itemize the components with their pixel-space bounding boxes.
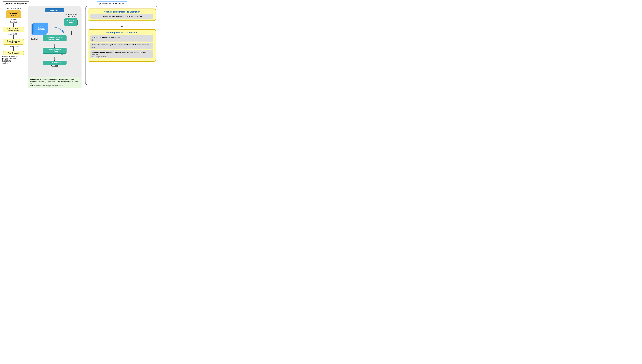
section-ii-text: (II) Regulation of Adaptation: [99, 2, 125, 4]
cylinder-text: S. aureus NewHG: [6, 12, 21, 16]
suppl-label-1a: Suppl doc,: [10, 19, 17, 20]
interactome-text: Interactome analysis of PknB protein: [92, 36, 152, 40]
table-s14-label: Table S14: [42, 54, 66, 56]
bottom-line1: Comparison of experimental data between …: [30, 78, 80, 80]
validation-button: Validation: [45, 8, 64, 12]
left-column: Genome, phenotype S. aureus NewHG Suppl …: [2, 8, 26, 64]
section-i-label: (I) Metabolic Adaptation: [3, 2, 29, 5]
suppl-label-1b: Suppl file 1: [10, 21, 17, 23]
card-1: Table Genome Difference: [33, 22, 48, 33]
flux-estimate-ii-box: Flux Estimate II: [42, 61, 66, 65]
arrow-mid-3: [54, 57, 55, 60]
diagram-container: (I) Metabolic Adaptation (II) Regulation…: [0, 0, 160, 91]
arrow-mid-2: [54, 44, 55, 47]
pknb-subtitle: Cell wall, growth, adaptation to differe…: [90, 14, 153, 19]
arrow-down-mid-3: [54, 57, 55, 60]
suppl-label-3: Suppl file 4-6,10: [8, 46, 19, 47]
protein-structure-item: Protein structure, phylogeny, operon, su…: [90, 50, 153, 58]
genome-ii-area: (Donat et al.,2009) Genome II S. aureus …: [64, 14, 78, 26]
glmr-box: GlmR regulon and cdaA operon Interactome…: [88, 29, 156, 62]
cell-wall-item: Cell wall metabolism regulated by pknB, …: [90, 43, 153, 49]
genome-label: Genome, phenotype: [2, 8, 26, 9]
note-5: Table 1-3: [2, 62, 26, 64]
middle-section: Validation Table Genome Difference Suppl…: [28, 6, 82, 85]
cell-wall-text: Cell wall metabolism regulated by pknB, …: [92, 44, 152, 48]
note-3: Fig. 3 Fluxes: [2, 59, 26, 61]
s-aureus-8325-cylinder: S. aureus 8325: [64, 18, 78, 26]
bottom-notes: Suppl file 3, Table S14 Fig. 2 EP compar…: [2, 56, 26, 64]
card-line1: Table: [37, 25, 45, 27]
fig4-label: Fig. 4: [92, 39, 95, 41]
bottom-green-box: Comparison of experimental data between …: [28, 77, 82, 88]
s-aureus-newhg-cylinder: S. aureus NewHG: [6, 10, 21, 18]
fig6-7-label: Fig.6,7 Suppl file 14,16: [92, 56, 107, 58]
arrow1-container: Suppl doc, Suppl file 1: [2, 19, 26, 26]
teal-cylinder-text: S. aureus 8325: [64, 20, 78, 24]
flux-estimate-i-box: Flux Estimate I: [3, 51, 24, 55]
note-4: Comparison:: [2, 61, 26, 62]
fig5-label: Fig.5: [92, 47, 95, 48]
arrow-down-mid-2: [54, 44, 55, 47]
section-ii-label: (II) Regulation of Adaptation: [97, 2, 127, 5]
right-section: PknB mediated metabolic adaptation Cell …: [85, 6, 158, 85]
arrow2-container: Suppl file 2,5-9: [2, 33, 26, 38]
gene-expression-i-box: Gene Expression Dataset I: [3, 39, 24, 44]
metabolic-model-i-box: Metabolic Model I Extreme Pathway: [3, 27, 24, 32]
note-1: Suppl file 3, Table S14: [2, 56, 26, 58]
arrow3-container: Suppl file 4-6,10: [2, 45, 26, 50]
cylinder-top: [6, 10, 21, 13]
suppl6-label: Suppl file 6: [31, 38, 38, 40]
metabolic-model-ii-container: Metabolic Model II Extreme Pathway: [42, 35, 66, 41]
card-line3: Difference: [37, 29, 45, 31]
interactome-item: Interactome analysis of PknB protein Fig…: [90, 35, 153, 42]
card-line2: Genome: [37, 27, 45, 29]
flux-estimate-ii-container: Flux Estimate II Table S15: [42, 61, 66, 67]
pknb-box: PknB mediated metabolic adaptation Cell …: [88, 8, 156, 21]
suppl-label-2: Suppl file 2,5-9: [8, 33, 18, 35]
arrow-pknb-glmr: [88, 23, 156, 28]
glmr-title: GlmR regulon and cdaA operon: [90, 32, 153, 34]
table-genome-difference-cards: Table Genome Difference: [32, 22, 48, 36]
pknb-title: PknB mediated metabolic adaptation: [90, 10, 153, 13]
bottom-line3: ➤ (ii) Interactome analysis (Jarick et a…: [30, 85, 80, 87]
bottom-line2: ➤ Further validation: (i) GEO dataset GS…: [30, 81, 80, 84]
donat-label: (Donat et al.,2009): [64, 14, 78, 15]
table-s15-label: Table S15: [42, 65, 66, 67]
genome-ii-label: Genome II: [64, 16, 78, 17]
note-2: Fig. 2 EP comparison: [2, 58, 26, 59]
metabolic-model-ii-box: Metabolic Model II Extreme Pathway: [42, 35, 66, 41]
gene-expression-ii-container: Gene Expression Dataset II Table S14: [42, 48, 66, 56]
gene-expression-ii-box: Gene Expression Dataset II: [42, 48, 66, 54]
svg-marker-2: [121, 26, 123, 28]
section-i-text: (I) Metabolic Adaptation: [5, 2, 27, 4]
